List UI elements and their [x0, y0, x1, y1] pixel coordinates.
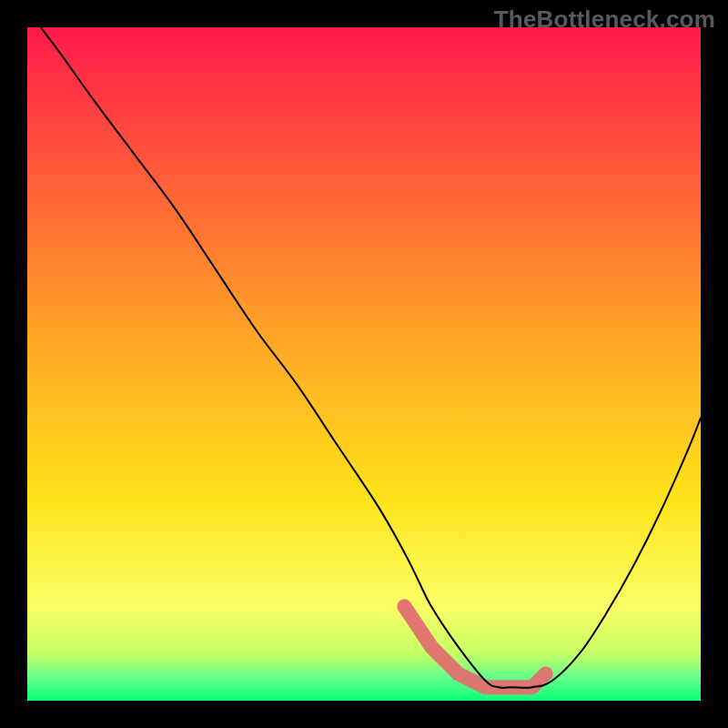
- gradient-background: [27, 27, 701, 701]
- plot-area: [27, 27, 701, 701]
- watermark-label: TheBottleneck.com: [494, 5, 715, 34]
- chart-frame: TheBottleneck.com: [0, 0, 728, 728]
- plot-svg: [27, 27, 701, 701]
